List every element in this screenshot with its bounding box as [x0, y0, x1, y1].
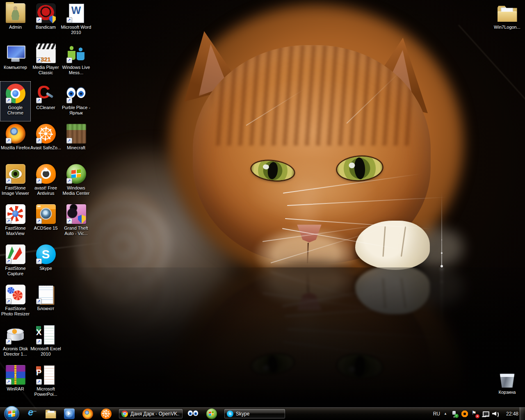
desktop-icon-microsoft-powerpoi[interactable]: ↗Microsoft PowerPoi... — [30, 363, 61, 403]
action-center-flag-icon[interactable] — [471, 410, 479, 418]
skype-window-icon — [227, 411, 233, 417]
desktop-icon-faststone-maxview[interactable]: ↗FastStone MaxView — [0, 202, 31, 242]
skype-icon: ↗ — [36, 244, 56, 264]
desktop-icon-label: FastStone Image Viewer — [0, 185, 31, 196]
desktop-icon-windows-media-center[interactable]: ↗Windows Media Center — [61, 162, 91, 202]
desktop-icon-mozilla-firefox[interactable]: ↗Mozilla Firefox — [0, 121, 31, 162]
desktop-icon-acdsee-15[interactable]: ↗ACDSee 15 — [30, 202, 61, 242]
desktop-icon-purble-place-ярлык[interactable]: ↗Purble Place - Ярлык — [61, 81, 91, 121]
desktop-icon-label: Microsoft Excel 2010 — [30, 346, 61, 357]
desktop-icon-label: Minecraft — [67, 145, 85, 151]
language-indicator[interactable]: RU — [433, 411, 440, 417]
desktop-icon-skype[interactable]: ↗Skype — [30, 242, 61, 282]
taskbar-chrome-window[interactable]: Даня Дарк - OpenVK... — [119, 409, 183, 419]
gta-icon: ↗ — [66, 204, 86, 224]
usb-safely-remove-icon[interactable] — [451, 410, 458, 418]
desktop[interactable]: AdminКомпьютер↗Google Chrome↗Mozilla Fir… — [0, 0, 525, 420]
desktop-icon-microsoft-excel-2010[interactable]: ↗Microsoft Excel 2010 — [30, 322, 61, 363]
word-icon: ↗ — [66, 3, 86, 23]
taskbar-windows-media-player[interactable] — [60, 407, 78, 420]
desktop-icon-ccleaner[interactable]: ↗CCleaner — [30, 81, 61, 121]
windows-media-player-icon — [64, 409, 75, 419]
desktop-icon-label: FastStone MaxView — [0, 226, 31, 236]
desktop-icon-faststone-image-viewer[interactable]: ↗FastStone Image Viewer — [0, 162, 31, 202]
desktop-icon-win7logon[interactable]: Win7Logon... — [492, 1, 523, 41]
desktop-icon-bandicam[interactable]: ↗Bandicam — [30, 1, 61, 41]
desktop-icon-корзина[interactable]: Корзина — [492, 366, 523, 406]
desktop-icon-label: Acronis Disk Director 1... — [0, 346, 31, 357]
excel-icon: ↗ — [36, 325, 56, 345]
desktop-icon-блокнот[interactable]: ↗Блокнот — [30, 282, 61, 322]
desktop-icon-winrar[interactable]: ↗WinRAR — [0, 363, 31, 403]
desktop-icon-label: Win7Logon... — [494, 25, 520, 30]
shortcut-arrow-overlay: ↗ — [6, 98, 11, 103]
desktop-icon-acronis-disk-director-1[interactable]: ↗Acronis Disk Director 1... — [0, 322, 31, 363]
desktop-icon-компьютер[interactable]: Компьютер — [0, 41, 31, 81]
start-button[interactable] — [4, 406, 19, 420]
purble-place-icon — [188, 409, 199, 419]
avast-icon: ↗ — [36, 164, 56, 184]
taskbar[interactable]: Даня Дарк - OpenVK...Skype RU ▲ 22:48 — [0, 407, 525, 420]
desktop-icon-google-chrome[interactable]: ↗Google Chrome — [0, 81, 31, 121]
system-tray: RU ▲ 22:48 — [433, 407, 518, 420]
ccleaner-icon: ↗ — [36, 84, 56, 103]
mpc-icon: ↗ — [36, 43, 56, 63]
shortcut-arrow-overlay: ↗ — [36, 98, 42, 103]
desktop-icon-label: Microsoft Word 2010 — [61, 25, 91, 35]
shortcut-arrow-overlay: ↗ — [36, 17, 42, 23]
desktop-icon-admin[interactable]: Admin — [0, 1, 31, 41]
desktop-icon-label: Компьютер — [4, 65, 27, 70]
desktop-icon-microsoft-word-2010[interactable]: ↗Microsoft Word 2010 — [61, 1, 91, 41]
network-icon[interactable] — [482, 410, 489, 418]
shortcut-arrow-overlay: ↗ — [6, 299, 11, 304]
icon-column-1: AdminКомпьютер↗Google Chrome↗Mozilla Fir… — [0, 1, 31, 403]
taskbar-items: Даня Дарк - OpenVK...Skype — [23, 407, 286, 420]
taskbar-avast-safezone[interactable] — [97, 407, 115, 420]
taskbar-internet-explorer[interactable] — [23, 407, 41, 420]
clock[interactable]: 22:48 — [506, 411, 518, 417]
fs-maxview-icon: ↗ — [6, 204, 25, 224]
tray-expand-icon[interactable]: ▲ — [443, 412, 448, 415]
acdsee-icon: ↗ — [36, 204, 56, 224]
shortcut-arrow-overlay: ↗ — [6, 178, 11, 184]
wlm-icon: ↗ — [66, 43, 86, 63]
shortcut-arrow-overlay: ↗ — [66, 178, 72, 184]
show-desktop-button[interactable] — [520, 407, 525, 420]
winrar-icon: ↗ — [6, 365, 25, 385]
desktop-icon-faststone-capture[interactable]: ↗FastStone Capture — [0, 242, 31, 282]
shortcut-arrow-overlay: ↗ — [36, 218, 42, 224]
desktop-icon-label: WinRAR — [7, 386, 24, 392]
desktop-icon-avast-safezo[interactable]: ↗Avast SafeZo... — [30, 121, 61, 162]
volume-icon[interactable] — [492, 410, 499, 418]
tray-icons — [451, 410, 499, 418]
desktop-icon-label: Grand Theft Auto - Vic... — [61, 226, 91, 236]
windows-media-center-icon — [206, 409, 217, 419]
shortcut-arrow-overlay: ↗ — [36, 339, 42, 345]
taskbar-purble-place[interactable] — [184, 407, 202, 420]
desktop-icon-label: Media Player Classic — [30, 65, 61, 75]
taskbar-skype-window[interactable]: Skype — [224, 409, 285, 419]
shortcut-arrow-overlay: ↗ — [66, 57, 72, 63]
taskbar-mozilla-firefox[interactable] — [78, 407, 97, 420]
desktop-icon-label: Bandicam — [36, 25, 56, 30]
windows-explorer-icon — [46, 409, 56, 419]
desktop-icon-windows-live-mess[interactable]: ↗Windows Live Mess... — [61, 41, 91, 81]
shortcut-arrow-overlay: ↗ — [36, 258, 42, 264]
desktop-icon-avast-free-antivirus[interactable]: ↗avast! Free Antivirus — [30, 162, 61, 202]
desktop-icon-label: FastStone Capture — [0, 266, 31, 276]
taskbar-windows-media-center[interactable] — [202, 407, 221, 420]
avast-antivirus-icon[interactable] — [461, 410, 468, 418]
shortcut-arrow-overlay: ↗ — [6, 258, 11, 264]
chrome-icon: ↗ — [6, 84, 25, 103]
taskbar-windows-explorer[interactable] — [41, 407, 60, 420]
desktop-icon-grand-theft-auto-vic[interactable]: ↗Grand Theft Auto - Vic... — [61, 202, 91, 242]
desktop-icon-media-player-classic[interactable]: ↗Media Player Classic — [30, 41, 61, 81]
desktop-icon-minecraft[interactable]: ↗Minecraft — [61, 121, 91, 162]
desktop-icon-faststone-photo-resizer[interactable]: ↗FastStone Photo Resizer — [0, 282, 31, 322]
desktop-icon-label: Purble Place - Ярлык — [61, 105, 91, 116]
desktop-icons: AdminКомпьютер↗Google Chrome↗Mozilla Fir… — [0, 0, 525, 420]
user-folder-icon — [6, 3, 25, 23]
desktop-icon-label: Блокнот — [37, 306, 55, 311]
shortcut-arrow-overlay: ↗ — [6, 379, 11, 385]
icon-column-2: ↗Bandicam↗Media Player Classic↗CCleaner↗… — [30, 1, 61, 403]
